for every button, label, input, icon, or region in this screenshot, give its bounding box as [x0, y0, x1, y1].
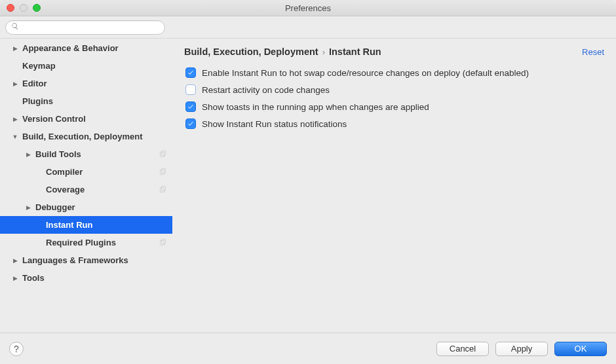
body: ▶Appearance & BehaviorKeymap▶EditorPlugi…	[0, 39, 616, 333]
chevron-right-icon: ▶	[12, 81, 18, 87]
sidebar-item-tools[interactable]: ▶Tools	[0, 269, 172, 287]
svg-rect-0	[162, 151, 166, 155]
breadcrumb-parent: Build, Execution, Deployment	[184, 46, 318, 57]
sidebar-item-instant-run[interactable]: Instant Run	[0, 216, 172, 234]
help-icon: ?	[14, 344, 19, 354]
checkbox-checked-icon[interactable]	[185, 118, 196, 129]
sidebar-item-label: Compiler	[46, 167, 159, 177]
svg-rect-4	[162, 186, 166, 191]
project-badge-icon	[159, 238, 168, 247]
cancel-button-label: Cancel	[450, 344, 476, 354]
search-field-wrapper[interactable]	[5, 20, 165, 35]
apply-button[interactable]: Apply	[495, 342, 548, 356]
chevron-right-icon: ▶	[12, 257, 18, 264]
sidebar-item-label: Required Plugins	[46, 238, 159, 247]
sidebar-item-build-execution-deployment[interactable]: ▼Build, Execution, Deployment	[0, 128, 172, 145]
preferences-window: Preferences ▶Appearance & BehaviorKeymap…	[0, 0, 616, 364]
sidebar[interactable]: ▶Appearance & BehaviorKeymap▶EditorPlugi…	[0, 39, 172, 333]
breadcrumb-current: Instant Run	[329, 46, 381, 57]
option-row: Restart activity on code changes	[185, 84, 603, 95]
sidebar-item-appearance-behavior[interactable]: ▶Appearance & Behavior	[0, 39, 172, 57]
project-badge-icon	[159, 185, 168, 194]
sidebar-item-version-control[interactable]: ▶Version Control	[0, 110, 172, 128]
apply-button-label: Apply	[511, 344, 533, 354]
options-list: Enable Instant Run to hot swap code/reso…	[184, 61, 604, 136]
cancel-button[interactable]: Cancel	[436, 342, 489, 356]
sidebar-item-label: Plugins	[22, 96, 168, 106]
ok-button[interactable]: OK	[554, 342, 607, 356]
svg-rect-2	[162, 168, 166, 173]
project-badge-icon	[159, 150, 168, 159]
chevron-right-icon: ▶	[25, 204, 31, 211]
search-input[interactable]	[22, 22, 159, 33]
sidebar-item-debugger[interactable]: ▶Debugger	[0, 198, 172, 216]
sidebar-item-label: Keymap	[22, 61, 168, 71]
sidebar-item-label: Tools	[22, 273, 168, 283]
sidebar-item-plugins[interactable]: Plugins	[0, 92, 172, 110]
sidebar-item-build-tools[interactable]: ▶Build Tools	[0, 145, 172, 163]
main-panel: Build, Execution, Deployment › Instant R…	[172, 39, 616, 333]
sidebar-item-label: Coverage	[46, 185, 159, 194]
option-row: Show toasts in the running app when chan…	[185, 101, 603, 112]
project-badge-icon	[159, 168, 168, 177]
breadcrumb: Build, Execution, Deployment › Instant R…	[184, 46, 381, 57]
sidebar-item-label: Appearance & Behavior	[22, 43, 168, 53]
reset-link[interactable]: Reset	[582, 47, 604, 57]
checkbox-checked-icon[interactable]	[185, 101, 196, 112]
option-row: Enable Instant Run to hot swap code/reso…	[185, 67, 603, 78]
sidebar-item-label: Debugger	[35, 202, 168, 212]
sidebar-item-label: Instant Run	[46, 220, 168, 230]
sidebar-item-editor[interactable]: ▶Editor	[0, 75, 172, 92]
chevron-right-icon: ▶	[12, 116, 18, 122]
chevron-right-icon: ›	[322, 47, 325, 57]
option-label: Restart activity on code changes	[202, 85, 330, 95]
sidebar-item-keymap[interactable]: Keymap	[0, 57, 172, 75]
option-label: Show Instant Run status notifications	[202, 119, 347, 129]
chevron-right-icon: ▶	[12, 45, 18, 52]
chevron-right-icon: ▶	[12, 275, 18, 282]
checkbox-unchecked-icon[interactable]	[185, 84, 196, 95]
svg-rect-6	[162, 239, 166, 244]
option-label: Show toasts in the running app when chan…	[202, 102, 429, 112]
svg-rect-3	[161, 170, 164, 174]
checkbox-checked-icon[interactable]	[185, 67, 196, 78]
breadcrumb-row: Build, Execution, Deployment › Instant R…	[184, 43, 604, 61]
sidebar-item-label: Build, Execution, Deployment	[22, 132, 168, 141]
sidebar-item-label: Editor	[22, 79, 168, 88]
footer: ? Cancel Apply OK	[0, 333, 616, 364]
sidebar-item-required-plugins[interactable]: Required Plugins	[0, 234, 172, 251]
ok-button-label: OK	[575, 344, 587, 354]
window-title: Preferences	[0, 3, 616, 13]
sidebar-item-compiler[interactable]: Compiler	[0, 163, 172, 181]
sidebar-item-label: Languages & Frameworks	[22, 255, 168, 265]
svg-rect-7	[161, 240, 164, 245]
chevron-down-icon: ▼	[12, 134, 18, 140]
sidebar-item-coverage[interactable]: Coverage	[0, 181, 172, 198]
search-icon	[11, 22, 19, 32]
sidebar-item-label: Build Tools	[35, 149, 159, 159]
option-label: Enable Instant Run to hot swap code/reso…	[202, 68, 529, 78]
toolbar	[0, 16, 616, 39]
help-button[interactable]: ?	[9, 342, 24, 356]
sidebar-item-languages-frameworks[interactable]: ▶Languages & Frameworks	[0, 251, 172, 269]
svg-rect-1	[161, 152, 164, 156]
option-row: Show Instant Run status notifications	[185, 118, 603, 129]
svg-rect-5	[161, 187, 164, 192]
titlebar: Preferences	[0, 0, 616, 16]
chevron-right-icon: ▶	[25, 151, 31, 158]
sidebar-item-label: Version Control	[22, 114, 168, 124]
